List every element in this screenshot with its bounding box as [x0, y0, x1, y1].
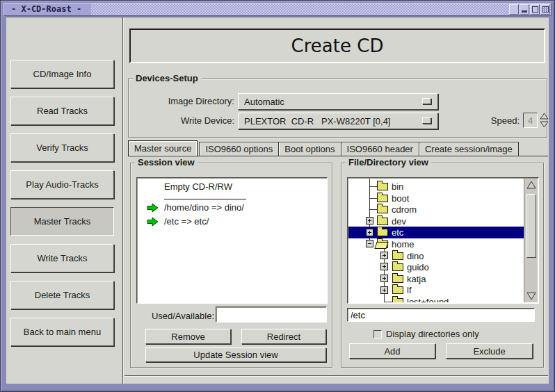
page-title-box: Create CD — [129, 28, 545, 63]
tree-item-lost-found[interactable]: lost+found — [348, 296, 524, 302]
tree-item-katja[interactable]: katja — [348, 273, 524, 285]
write-device-label: Write Device: — [136, 115, 234, 126]
tree-item-etc[interactable]: etc — [348, 227, 524, 238]
folder-icon — [377, 195, 388, 202]
button-label: Add — [384, 346, 400, 357]
used-available-label: Used/Available: — [138, 311, 214, 321]
expand-plus-icon[interactable] — [380, 252, 388, 259]
expand-plus-icon[interactable] — [380, 286, 388, 294]
tab-bar: Master source ISO9660 options Boot optio… — [128, 140, 518, 156]
speed-spinner[interactable] — [540, 113, 549, 130]
tab-create-session-image[interactable]: Create session/image — [419, 142, 519, 156]
folder-icon — [377, 218, 388, 225]
tab-master-source[interactable]: Master source — [128, 140, 198, 156]
minimize-button[interactable] — [520, 4, 529, 15]
tree-item-bin[interactable]: bin — [348, 181, 524, 193]
folder-icon — [392, 298, 403, 302]
maximize-button[interactable] — [530, 4, 540, 15]
expand-plus-icon[interactable] — [380, 275, 388, 282]
session-entry-text: /home/dino => dino/ — [164, 202, 244, 213]
sidebar-item-verify-tracks[interactable]: Verify Tracks — [10, 133, 114, 162]
sidebar-item-back-to-main-menu[interactable]: Back to main menu — [10, 318, 114, 346]
expand-plus-icon[interactable] — [380, 263, 388, 270]
tree-item-cdrom[interactable]: cdrom — [348, 204, 524, 215]
tree-item-label: bin — [392, 181, 403, 192]
tree-item-lf[interactable]: lf — [348, 284, 524, 296]
folder-icon — [392, 263, 403, 271]
file-directory-view-frame: File/Directory view bin boot — [341, 163, 544, 368]
tree-item-label: cdrom — [392, 204, 417, 215]
session-view-frame: Session view Empty CD-R/RW /home/dino =>… — [130, 163, 332, 368]
button-label: Redirect — [267, 332, 300, 342]
sidebar-item-label: Delete Tracks — [35, 290, 90, 300]
window-menu-button[interactable] — [540, 4, 550, 15]
session-entry[interactable]: /etc => etc/ — [147, 215, 327, 227]
tree-item-home[interactable]: home — [348, 238, 524, 250]
add-button[interactable]: Add — [349, 343, 435, 359]
sidebar-item-label: Back to main menu — [24, 327, 101, 337]
sidebar-item-write-tracks[interactable]: Write Tracks — [10, 244, 114, 272]
sidebar-item-master-tracks[interactable]: Master Tracks — [10, 207, 114, 236]
button-label: Update Session view — [193, 350, 278, 360]
tree-item-label: guido — [407, 262, 429, 272]
tree-item-label: home — [392, 239, 415, 250]
sidebar-item-read-tracks[interactable]: Read Tracks — [10, 97, 114, 125]
tab-iso9660-header[interactable]: ISO9660 header — [341, 142, 419, 156]
tree-item-label: dev — [392, 216, 406, 227]
option-menu-indicator-icon — [422, 117, 431, 124]
write-device-value: PLEXTOR CD-R PX-W8220T [0,4] — [244, 116, 390, 126]
sidebar-item-label: Write Tracks — [38, 253, 88, 263]
display-directories-label: Display directories only — [386, 329, 479, 339]
sidebar-item-label: Verify Tracks — [36, 142, 88, 153]
scroll-down-icon[interactable] — [526, 291, 536, 300]
titlebar[interactable]: - X-CD-Roast - — [3, 3, 552, 16]
collapse-minus-icon[interactable] — [366, 240, 373, 247]
tree-item-dino[interactable]: dino — [348, 250, 524, 262]
file-directory-view-label: File/Directory view — [346, 157, 431, 168]
redirect-button[interactable]: Redirect — [241, 329, 326, 344]
update-session-view-button[interactable]: Update Session view — [145, 348, 326, 362]
sidebar-item-cd-image-info[interactable]: CD/Image Info — [10, 60, 114, 88]
tree-item-guido[interactable]: guido — [348, 261, 524, 273]
tree-item-dev[interactable]: dev — [348, 215, 524, 227]
expand-plus-icon[interactable] — [366, 217, 373, 224]
tree-item-label: boot — [392, 193, 409, 204]
folder-icon — [377, 206, 388, 213]
folder-icon — [377, 229, 388, 236]
option-menu-indicator-icon — [422, 98, 431, 104]
exclude-button[interactable]: Exclude — [446, 343, 533, 359]
speed-value-field[interactable]: 4 — [523, 113, 538, 128]
sidebar-item-delete-tracks[interactable]: Delete Tracks — [10, 281, 114, 309]
used-available-input[interactable] — [216, 307, 327, 322]
sidebar-item-play-audio-tracks[interactable]: Play Audio-Tracks — [10, 170, 114, 199]
tab-boot-options[interactable]: Boot options — [278, 142, 341, 156]
speed-label: Speed: — [456, 115, 520, 126]
scroll-up-icon[interactable] — [526, 181, 536, 190]
display-directories-checkbox[interactable] — [373, 330, 382, 338]
path-input[interactable] — [347, 308, 535, 322]
tab-label: ISO9660 header — [347, 144, 413, 154]
open-folder-icon — [377, 240, 388, 248]
remove-button[interactable]: Remove — [145, 329, 231, 344]
tree-item-boot[interactable]: boot — [348, 193, 524, 204]
session-list[interactable]: Empty CD-R/RW /home/dino => dino/ /etc =… — [136, 177, 328, 304]
directory-tree[interactable]: bin boot cdrom dev — [347, 177, 539, 304]
devices-setup-label: Devices-Setup — [133, 73, 201, 83]
image-directory-dropdown[interactable]: Automatic — [238, 93, 438, 110]
write-device-dropdown[interactable]: PLEXTOR CD-R PX-W8220T [0,4] — [238, 113, 438, 129]
minimize-icon — [522, 10, 527, 13]
expand-plus-icon[interactable] — [366, 229, 373, 236]
session-entry[interactable]: /home/dino => dino/ — [147, 202, 327, 213]
session-separator — [164, 199, 246, 199]
tab-iso9660-options[interactable]: ISO9660 options — [199, 142, 279, 156]
titlebar-blank-button[interactable] — [509, 4, 519, 15]
folder-icon — [392, 275, 403, 283]
session-view-label: Session view — [135, 157, 198, 168]
tree-item-label: etc — [392, 227, 403, 238]
sidebar-item-label: CD/Image Info — [33, 69, 92, 79]
green-arrow-icon — [147, 217, 159, 227]
tree-item-label: katja — [407, 274, 426, 284]
scrollbar-thumb[interactable] — [526, 194, 536, 258]
devices-setup-frame: Devices-Setup Image Directory: Automatic… — [128, 79, 547, 138]
tree-scrollbar[interactable] — [524, 179, 538, 302]
